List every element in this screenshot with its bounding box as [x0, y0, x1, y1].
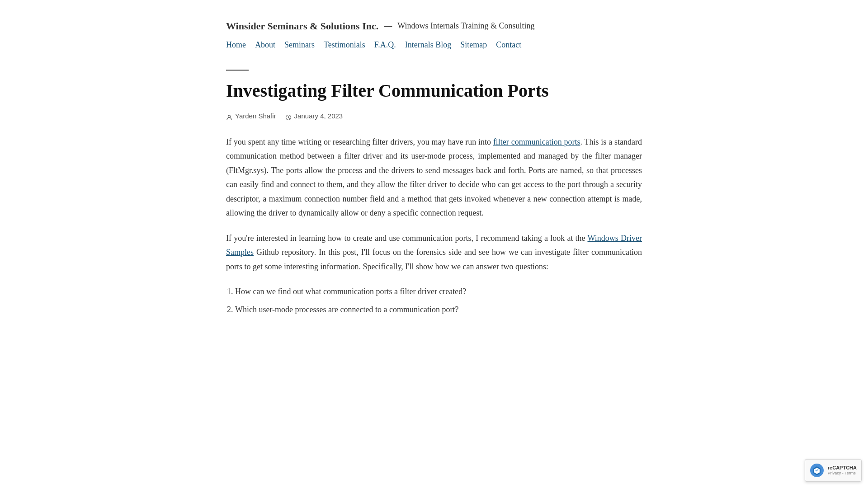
author-icon — [226, 113, 232, 119]
nav-home[interactable]: Home — [226, 38, 246, 52]
nav-sitemap[interactable]: Sitemap — [460, 38, 487, 52]
para1-text-after-link: . This is a standard communication metho… — [226, 137, 642, 218]
article-date-meta: January 4, 2023 — [285, 111, 343, 122]
site-title-line: Winsider Seminars & Solutions Inc. — Win… — [226, 18, 642, 34]
question-1: How can we find out what communication p… — [235, 285, 642, 299]
nav-internals-blog[interactable]: Internals Blog — [405, 38, 451, 52]
question-2: Which user-mode processes are connected … — [235, 303, 642, 317]
filter-communication-ports-link[interactable]: filter communication ports — [493, 137, 580, 146]
article-title: Investigating Filter Communication Ports — [226, 80, 642, 102]
article-divider — [226, 70, 249, 71]
main-content: Investigating Filter Communication Ports… — [226, 70, 642, 317]
article-body: If you spent any time writing or researc… — [226, 135, 642, 317]
date-icon — [285, 113, 292, 119]
nav-seminars[interactable]: Seminars — [284, 38, 315, 52]
article-meta: Yarden Shafir January 4, 2023 — [226, 111, 642, 122]
nav-testimonials[interactable]: Testimonials — [324, 38, 365, 52]
svg-line-3 — [288, 117, 290, 118]
para2-text-after-link: Github repository. In this post, I'll fo… — [226, 248, 642, 271]
article-paragraph-2: If you're interested in learning how to … — [226, 231, 642, 274]
article-date: January 4, 2023 — [294, 111, 343, 122]
para1-text-before-link: If you spent any time writing or researc… — [226, 137, 493, 146]
article-author-meta: Yarden Shafir — [226, 111, 276, 122]
article: Investigating Filter Communication Ports… — [226, 70, 642, 317]
para2-text-before-link: If you're interested in learning how to … — [226, 234, 588, 243]
nav-faq[interactable]: F.A.Q. — [374, 38, 396, 52]
article-questions-list: How can we find out what communication p… — [235, 285, 642, 317]
page-wrapper: Winsider Seminars & Solutions Inc. — Win… — [217, 0, 651, 346]
site-nav: Home About Seminars Testimonials F.A.Q. … — [226, 38, 642, 52]
article-paragraph-1: If you spent any time writing or researc… — [226, 135, 642, 221]
nav-about[interactable]: About — [255, 38, 275, 52]
svg-point-0 — [228, 115, 231, 117]
title-separator: — — [384, 19, 392, 33]
nav-contact[interactable]: Contact — [496, 38, 521, 52]
site-tagline: Windows Internals Training & Consulting — [397, 19, 534, 33]
author-name: Yarden Shafir — [235, 111, 276, 122]
site-title[interactable]: Winsider Seminars & Solutions Inc. — [226, 18, 378, 34]
site-header: Winsider Seminars & Solutions Inc. — Win… — [226, 18, 642, 52]
